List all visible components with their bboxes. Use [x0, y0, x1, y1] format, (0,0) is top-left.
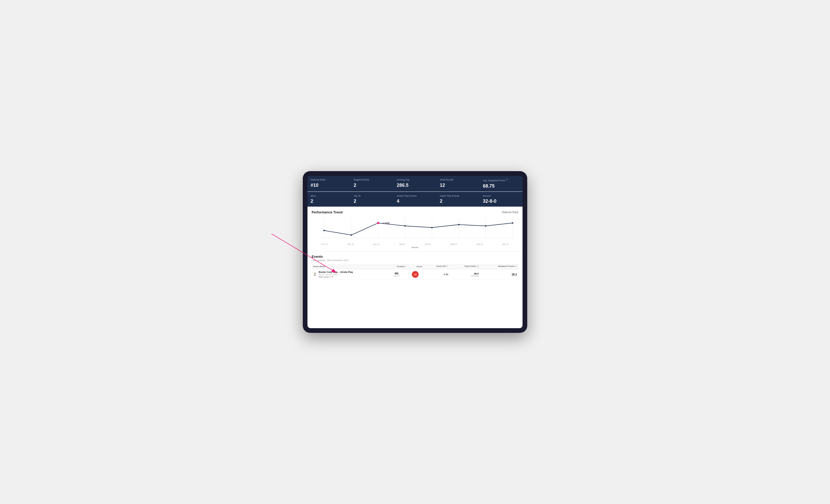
weighted-points-cell: 28.3 — [480, 269, 518, 280]
svg-point-14 — [404, 225, 406, 227]
tablet-screen: National Rank #10 Regional Rank 2 Scorin… — [308, 176, 522, 328]
stat-record: Record 32-8-0 — [480, 192, 522, 207]
svg-point-18 — [512, 223, 513, 224]
stat-top3s-value: 2 — [354, 199, 390, 204]
score-badge: -22 — [412, 271, 419, 278]
event-date: Oct 9 - Oct 10, 2023 — [319, 273, 353, 276]
rank-impact: Rank Impact: 3 ▼ — [319, 276, 353, 278]
event-name-info: Buster Cozy Cup – Stroke Play Oct 9 - Oc… — [319, 271, 353, 278]
stat-record-value: 32-8-0 — [483, 199, 519, 204]
stat-total-rounds: Total Rounds 12 — [437, 176, 479, 192]
chart-x-axis-title: Months — [312, 246, 518, 248]
col-weighted-points: Weighted Points ⓘ — [480, 264, 518, 269]
stat-record-label: Record — [483, 195, 519, 198]
content-area: National Rank #10 Regional Rank 2 Scorin… — [308, 176, 522, 328]
x-label-oct23: OCT 23 — [312, 243, 338, 245]
stat-match-play-value: 2 — [440, 199, 476, 204]
events-section: Events Last updated: 24th November 2023 … — [308, 251, 522, 283]
stat-top3s-label: Top 3s — [354, 195, 390, 198]
rank-impact-arrow: ▼ — [331, 276, 333, 278]
svg-point-11 — [323, 230, 325, 231]
tablet-frame: National Rank #10 Regional Rank 2 Scorin… — [303, 171, 527, 333]
col-event-sg: Event SG ⓘ — [424, 264, 450, 269]
x-label-mar24: MAR 24 — [441, 243, 467, 245]
weighted-points-value: 28.3 — [512, 273, 517, 276]
x-label-feb24: FEB 24 — [415, 243, 441, 245]
event-name-cell: 🏌 Buster Cozy Cup – Stroke Play Oct 9 - … — [312, 269, 387, 280]
stat-avg-weighted-label: Avg. Weighted Points ⓘ — [483, 178, 519, 182]
svg-point-12 — [351, 235, 352, 236]
stat-regional-rank-label: Regional Rank — [354, 178, 390, 181]
position-sub: out of 7 — [388, 275, 405, 277]
stats-row1: National Rank #10 Regional Rank 2 Scorin… — [308, 176, 522, 192]
performance-section: Performance Trend National Rank — [308, 207, 522, 251]
stat-scoring-avg-value: 286.5 — [397, 182, 433, 188]
total-points-value: 28.3 — [451, 272, 478, 275]
stat-wins: Wins 2 — [308, 192, 350, 207]
stat-match-play: Match Play Events 2 — [437, 192, 479, 207]
perf-header: Performance Trend National Rank — [312, 210, 518, 214]
event-icon: 🏌 — [313, 273, 317, 276]
svg-point-16 — [458, 224, 459, 225]
perf-axis-label: National Rank — [502, 211, 518, 214]
info-icon: ⓘ — [506, 178, 508, 181]
events-table: Event Name Position Score Event SG ⓘ Tot… — [312, 264, 518, 280]
score-cell: -22 — [407, 269, 424, 280]
stat-top3s: Top 3s 2 — [351, 192, 393, 207]
stat-stroke-play: Stroke Play Events 4 — [393, 192, 437, 207]
table-row: 🏌 Buster Cozy Cup – Stroke Play Oct 9 - … — [312, 269, 518, 280]
event-name-text: Buster Cozy Cup – Stroke Play — [319, 271, 353, 273]
total-points-cell: 28.3 3 Rounds — [450, 269, 480, 280]
stats-row2: Wins 2 Top 3s 2 Stroke Play Events 4 Mat… — [308, 192, 522, 207]
total-points-sub: 3 Rounds — [451, 275, 478, 277]
stat-scoring-avg-label: Scoring Avg. — [397, 178, 433, 181]
svg-point-13 — [377, 222, 380, 224]
col-total-points: Total Points ⓘ — [450, 264, 480, 269]
chart-x-labels: OCT 23 NOV 23 DEC 23 JAN 24 FEB 24 MAR 2… — [312, 243, 518, 246]
event-sg-value: 0.45 — [444, 273, 448, 276]
events-updated: Last updated: 24th November 2023 — [312, 259, 518, 262]
stat-stroke-play-label: Stroke Play Events — [397, 195, 433, 198]
events-title: Events — [312, 255, 518, 259]
col-event-name: Event Name — [312, 264, 387, 269]
table-header-row: Event Name Position Score Event SG ⓘ Tot… — [312, 264, 518, 269]
svg-point-17 — [485, 225, 486, 227]
svg-point-15 — [431, 227, 433, 228]
stat-avg-weighted-value: 68.75 — [483, 183, 519, 189]
col-position: Position — [387, 264, 407, 269]
col-score: Score — [407, 264, 424, 269]
x-label-nov23: NOV 23 — [338, 243, 363, 245]
stat-avg-weighted-points: Avg. Weighted Points ⓘ 68.75 — [480, 176, 522, 192]
x-label-may24: MAY 24 — [492, 243, 518, 245]
stat-regional-rank-value: 2 — [354, 182, 390, 188]
chart-area: • #10 — [312, 217, 518, 243]
position-cell: 6th out of 7 — [387, 269, 407, 280]
x-label-jan24: JAN 24 — [389, 243, 415, 245]
stat-total-rounds-value: 12 — [440, 182, 476, 188]
x-label-apr24: APR 24 — [467, 243, 492, 245]
stat-regional-rank: Regional Rank 2 — [351, 176, 393, 192]
stat-wins-value: 2 — [311, 199, 347, 204]
position-value: 6th — [388, 272, 405, 275]
stat-national-rank-value: #10 — [311, 182, 347, 188]
stat-national-rank: National Rank #10 — [308, 176, 350, 192]
perf-title: Performance Trend — [312, 210, 343, 214]
event-sg-cell: 0.45 — [424, 269, 450, 280]
stat-wins-label: Wins — [311, 195, 347, 198]
stat-national-rank-label: National Rank — [311, 178, 347, 181]
x-label-dec23: DEC 23 — [363, 243, 389, 245]
stat-match-play-label: Match Play Events — [440, 195, 476, 198]
stat-stroke-play-value: 4 — [397, 199, 433, 204]
stat-scoring-avg: Scoring Avg. 286.5 — [393, 176, 437, 192]
event-name-col: 🏌 Buster Cozy Cup – Stroke Play Oct 9 - … — [313, 271, 385, 278]
performance-chart: • #10 — [312, 217, 518, 243]
svg-text:• #10: • #10 — [383, 222, 389, 225]
stat-total-rounds-label: Total Rounds — [440, 178, 476, 181]
